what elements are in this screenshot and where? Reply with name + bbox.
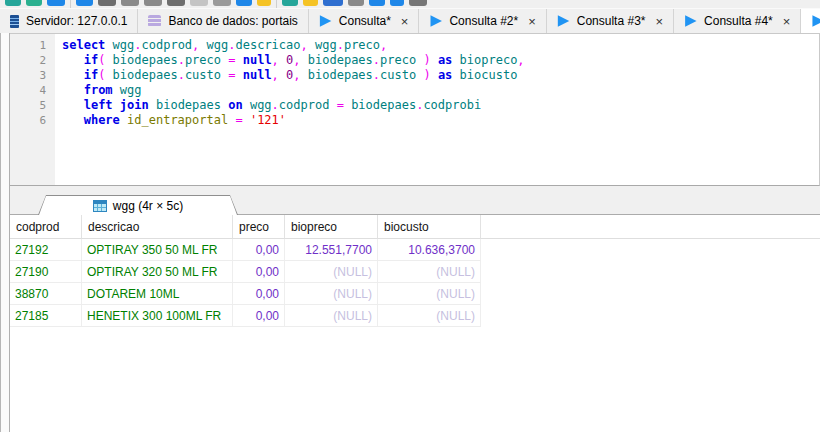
- tree-panel-splitter[interactable]: [0, 33, 10, 432]
- toolbar-separator: [70, 0, 71, 8]
- server-tab[interactable]: Servidor: 127.0.0.1: [0, 9, 138, 33]
- user-manager-icon[interactable]: [47, 0, 65, 6]
- column-header-preco[interactable]: preco: [233, 215, 285, 239]
- cell-codprod[interactable]: 27190: [10, 261, 82, 283]
- line-number: 5: [10, 98, 46, 113]
- sql-editor[interactable]: 123456 select wgg.codprod, wgg.descricao…: [10, 33, 820, 186]
- editor-code[interactable]: select wgg.codprod, wgg.descricao, wgg.p…: [55, 34, 819, 185]
- binary-icon[interactable]: [323, 0, 343, 6]
- line-number: 1: [10, 38, 46, 53]
- code-line[interactable]: select wgg.codprod, wgg.descricao, wgg.p…: [62, 38, 819, 53]
- cell-preco[interactable]: 0,00: [233, 261, 285, 283]
- close-tab-icon[interactable]: ×: [398, 15, 409, 28]
- editor-results-splitter[interactable]: wgg (4r × 5c): [10, 186, 820, 215]
- server-icon: [10, 15, 19, 28]
- open-file-icon[interactable]: [98, 0, 116, 6]
- query-play-icon: [429, 15, 442, 28]
- query-play-icon: [319, 15, 332, 28]
- query-play-icon: [811, 15, 820, 28]
- query-tab-5[interactable]: Consulta: [801, 9, 820, 33]
- redo-icon[interactable]: [167, 0, 185, 6]
- line-number: 4: [10, 83, 46, 98]
- server-tab-label: Servidor: 127.0.0.1: [26, 14, 127, 28]
- cell-preco[interactable]: 0,00: [233, 305, 285, 327]
- query-play-icon: [557, 15, 570, 28]
- save-icon[interactable]: [121, 0, 139, 6]
- query-page: 123456 select wgg.codprod, wgg.descricao…: [10, 33, 820, 432]
- cell-preco[interactable]: 0,00: [233, 283, 285, 305]
- query-tab-3[interactable]: Consulta #3*×: [547, 9, 674, 33]
- heidisql-window: Servidor: 127.0.0.1 Banco de dados: port…: [0, 0, 820, 432]
- cell-biopreco[interactable]: 12.551,7700: [285, 239, 378, 261]
- query-tab-4[interactable]: Consulta #4*×: [674, 9, 801, 33]
- cell-descricao[interactable]: DOTAREM 10ML: [82, 283, 233, 305]
- table-tools-icon[interactable]: [282, 0, 298, 6]
- code-line[interactable]: left join biodepaes on wgg.codprod = bio…: [62, 98, 819, 113]
- run-icon[interactable]: [236, 0, 252, 6]
- session-manager-icon[interactable]: [5, 0, 21, 6]
- column-header-descricao[interactable]: descricao: [82, 215, 233, 239]
- line-number: 3: [10, 68, 46, 83]
- cell-codprod[interactable]: 38870: [10, 283, 82, 305]
- result-tab-label: wgg (4r × 5c): [113, 199, 183, 213]
- query-tab-1[interactable]: Consulta*×: [309, 9, 420, 33]
- undo-icon[interactable]: [144, 0, 162, 6]
- database-tab-label: Banco de dados: portais: [168, 14, 297, 28]
- cell-descricao[interactable]: HENETIX 300 100ML FR: [82, 305, 233, 327]
- table-row[interactable]: 27190OPTIRAY 320 50 ML FR0,00(NULL)(NULL…: [10, 261, 820, 283]
- cell-descricao[interactable]: OPTIRAY 320 50 ML FR: [82, 261, 233, 283]
- cell-codprod[interactable]: 27192: [10, 239, 82, 261]
- cell-biopreco[interactable]: (NULL): [285, 283, 378, 305]
- export-icon[interactable]: [257, 0, 271, 6]
- indent-icon[interactable]: [348, 0, 364, 6]
- stop-icon[interactable]: [190, 0, 208, 6]
- printer-icon[interactable]: [409, 0, 427, 6]
- new-connection-icon[interactable]: [26, 0, 42, 6]
- database-icon: [148, 15, 161, 27]
- table-row[interactable]: 38870DOTAREM 10ML0,00(NULL)(NULL): [10, 283, 820, 305]
- cell-biocusto[interactable]: 10.636,3700: [378, 239, 481, 261]
- cell-codprod[interactable]: 27185: [10, 305, 82, 327]
- query-play-icon: [684, 15, 697, 28]
- grid-header: codproddescricaoprecobioprecobiocusto: [10, 215, 820, 239]
- main-tab-bar: Servidor: 127.0.0.1 Banco de dados: port…: [0, 9, 820, 33]
- query-tab-label: Consulta #3*: [577, 14, 646, 28]
- code-line[interactable]: if( biodepaes.preco = null, 0, biodepaes…: [62, 53, 819, 68]
- result-grid-icon: [93, 200, 107, 212]
- cell-biopreco[interactable]: (NULL): [285, 261, 378, 283]
- find-icon[interactable]: [213, 0, 231, 6]
- line-number: 6: [10, 113, 46, 128]
- reload-icon[interactable]: [76, 0, 93, 6]
- editor-gutter: 123456: [10, 34, 55, 185]
- code-line[interactable]: from wgg: [62, 83, 819, 98]
- column-header-biocusto[interactable]: biocusto: [378, 215, 481, 239]
- table-row[interactable]: 27185HENETIX 300 100ML FR0,00(NULL)(NULL…: [10, 305, 820, 327]
- database-tab[interactable]: Banco de dados: portais: [138, 9, 308, 33]
- close-tab-icon[interactable]: ×: [780, 15, 791, 28]
- table-row[interactable]: 27192OPTIRAY 350 50 ML FR0,0012.551,7700…: [10, 239, 820, 261]
- column-header-biopreco[interactable]: biopreco: [285, 215, 378, 239]
- query-tab-label: Consulta #2*: [449, 14, 518, 28]
- close-tab-icon[interactable]: ×: [525, 15, 536, 28]
- query-tab-2[interactable]: Consulta #2*×: [419, 9, 546, 33]
- toolbar-sliver: [0, 0, 820, 9]
- result-tab-inner: wgg (4r × 5c): [39, 196, 237, 215]
- result-grid: codproddescricaoprecobioprecobiocusto 27…: [10, 215, 820, 432]
- help-icon[interactable]: [390, 0, 404, 6]
- grid-body: 27192OPTIRAY 350 50 ML FR0,0012.551,7700…: [10, 239, 820, 327]
- close-tab-icon[interactable]: ×: [652, 15, 663, 28]
- cell-biocusto[interactable]: (NULL): [378, 305, 481, 327]
- highlight-icon[interactable]: [303, 0, 318, 6]
- code-line[interactable]: if( biodepaes.custo = null, 0, biodepaes…: [62, 68, 819, 83]
- code-line[interactable]: where id_entraportal = '121': [62, 113, 819, 128]
- cell-preco[interactable]: 0,00: [233, 239, 285, 261]
- cell-biocusto[interactable]: (NULL): [378, 261, 481, 283]
- main-area: 123456 select wgg.codprod, wgg.descricao…: [0, 33, 820, 432]
- column-header-codprod[interactable]: codprod: [10, 215, 82, 239]
- cell-biopreco[interactable]: (NULL): [285, 305, 378, 327]
- column-header-filler: [481, 215, 820, 239]
- cell-biocusto[interactable]: (NULL): [378, 283, 481, 305]
- run-selection-icon[interactable]: [369, 0, 385, 6]
- result-tab[interactable]: wgg (4r × 5c): [38, 195, 238, 215]
- cell-descricao[interactable]: OPTIRAY 350 50 ML FR: [82, 239, 233, 261]
